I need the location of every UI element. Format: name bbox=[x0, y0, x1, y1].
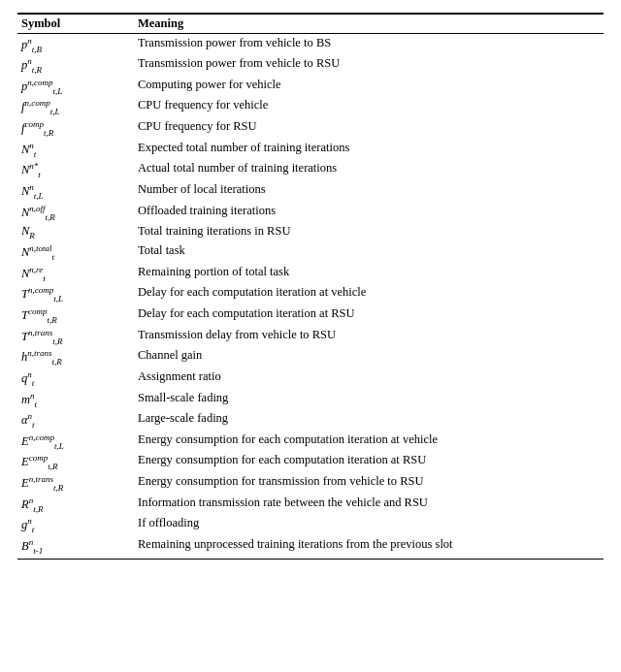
table-row-meaning: CPU frequency for vehicle bbox=[134, 97, 604, 118]
table-row-meaning: Remaining portion of total task bbox=[134, 263, 604, 284]
table-row-meaning: Large-scale fading bbox=[134, 410, 604, 432]
table-row-symbol: pn,compt,L bbox=[17, 76, 134, 97]
table-row-symbol: Tn,transt,R bbox=[17, 326, 134, 347]
table-row-meaning: Energy consumption for each computation … bbox=[134, 431, 604, 452]
table-row-meaning: Total training iterations in RSU bbox=[134, 223, 604, 242]
table-row-meaning: Remaining unprocessed training iteration… bbox=[134, 536, 604, 560]
table-row-symbol: pnt,R bbox=[17, 55, 134, 77]
table-row-symbol: fn,compt,L bbox=[17, 97, 134, 118]
table-row-symbol: qnt bbox=[17, 368, 134, 389]
table-row-symbol: Tn,compt,L bbox=[17, 284, 134, 305]
table-row-meaning: If offloading bbox=[134, 515, 604, 536]
table-row-symbol: En,compt,L bbox=[17, 431, 134, 452]
table-row-meaning: Offloaded training iterations bbox=[134, 202, 604, 223]
table-row-symbol: Nn,offt,R bbox=[17, 202, 134, 223]
table-row-meaning: Computing power for vehicle bbox=[134, 76, 604, 97]
table-row-meaning: Delay for each computation iteration at … bbox=[134, 304, 604, 326]
table-row-symbol: fcompt,R bbox=[17, 118, 134, 140]
table-row-symbol: Nnt,L bbox=[17, 181, 134, 203]
table-row-symbol: Nn,totalt bbox=[17, 241, 134, 263]
table-row-symbol: NR bbox=[17, 223, 134, 242]
table-row-meaning: Expected total number of training iterat… bbox=[134, 139, 604, 160]
table-row-meaning: Transmission delay from vehicle to RSU bbox=[134, 326, 604, 347]
table-row-meaning: Actual total number of training iteratio… bbox=[134, 160, 604, 181]
table-row-meaning: Transmission power from vehicle to RSU bbox=[134, 55, 604, 77]
table-row-meaning: Channel gain bbox=[134, 347, 604, 368]
table-row-symbol: αnt bbox=[17, 410, 134, 432]
table-row-symbol: pnt,B bbox=[17, 34, 134, 55]
table-row-meaning: Number of local iterations bbox=[134, 181, 604, 203]
table-row-meaning: Information transmission rate between th… bbox=[134, 494, 604, 515]
table-row-meaning: Delay for each computation iteration at … bbox=[134, 284, 604, 305]
col-header-meaning: Meaning bbox=[134, 14, 604, 34]
table-row-symbol: Nn*t bbox=[17, 160, 134, 181]
table-row-meaning: Small-scale fading bbox=[134, 389, 604, 410]
table-row-meaning: Energy consumption for transmission from… bbox=[134, 473, 604, 495]
table-row-meaning: Transmission power from vehicle to BS bbox=[134, 34, 604, 55]
table-row-symbol: Bnt-1 bbox=[17, 536, 134, 560]
table-row-symbol: Tcompt,R bbox=[17, 304, 134, 326]
table-row-symbol: gnt bbox=[17, 515, 134, 536]
table-row-meaning: Total task bbox=[134, 241, 604, 263]
table-row-symbol: mnt bbox=[17, 389, 134, 410]
table-row-symbol: Rnt,R bbox=[17, 494, 134, 515]
symbols-table: Symbol Meaning pnt,BTransmission power f… bbox=[17, 13, 604, 560]
table-row-meaning: Assignment ratio bbox=[134, 368, 604, 389]
table-row-meaning: Energy consumption for each computation … bbox=[134, 452, 604, 473]
table-row-symbol: Nnt bbox=[17, 139, 134, 160]
table-row-symbol: Ecompt,R bbox=[17, 452, 134, 473]
table-row-meaning: CPU frequency for RSU bbox=[134, 118, 604, 140]
table-row-symbol: Nn,ret bbox=[17, 263, 134, 284]
table-row-symbol: En,transt,R bbox=[17, 473, 134, 495]
table-row-symbol: hn,transt,R bbox=[17, 347, 134, 368]
col-header-symbol: Symbol bbox=[17, 14, 134, 34]
